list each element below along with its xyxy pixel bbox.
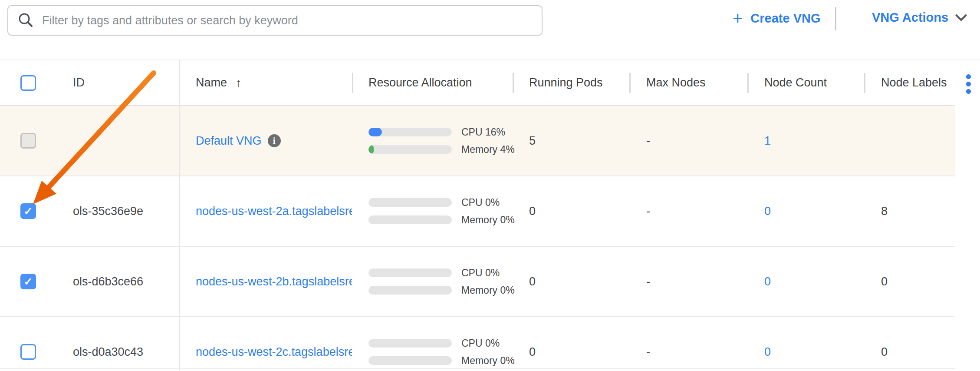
- memory-usage-label: Memory 0%: [461, 214, 515, 226]
- node-count-cell: 0: [747, 275, 864, 288]
- memory-usage-label: Memory 0%: [461, 355, 515, 367]
- chevron-down-icon: [955, 14, 967, 22]
- header-checkbox-cell: [0, 75, 52, 91]
- cpu-bar-fill: [368, 128, 382, 136]
- row-name-cell: nodes-us-west-2a.tagslabelsre: [179, 205, 352, 218]
- memory-usage-label: Memory 4%: [461, 144, 515, 156]
- kebab-dot: [966, 74, 971, 79]
- table-row-ols-d0a30c43: ols-d0a30c43 nodes-us-west-2c.tagslabels…: [0, 317, 955, 371]
- row-checkbox-cell: [0, 274, 52, 289]
- max-nodes-value: -: [629, 134, 747, 148]
- node-count-cell: 0: [747, 345, 864, 359]
- row-checkbox[interactable]: [20, 203, 36, 219]
- cpu-progress-bar: [368, 128, 452, 136]
- select-all-checkbox[interactable]: [20, 75, 36, 91]
- info-icon[interactable]: i: [268, 134, 281, 147]
- filter-search-box: [7, 5, 543, 36]
- vng-name-link[interactable]: nodes-us-west-2c.tagslabelsre: [196, 345, 352, 359]
- row-id: ols-d6b3ce66: [52, 275, 179, 288]
- vng-table: ID Name ↑ Resource Allocation Running Po…: [0, 60, 980, 371]
- row-name-cell: nodes-us-west-2c.tagslabelsre: [179, 345, 352, 359]
- vng-name-link[interactable]: nodes-us-west-2b.tagslabelsre: [196, 275, 352, 288]
- row-id: ols-35c36e9e: [52, 205, 179, 218]
- row-checkbox-cell: [0, 133, 52, 149]
- running-pods-value: 0: [513, 205, 629, 218]
- column-header-node-labels[interactable]: Node Labels: [864, 76, 955, 89]
- running-pods-value: 0: [513, 275, 629, 288]
- table-row-ols-35c36e9e: ols-35c36e9e nodes-us-west-2a.tagslabels…: [0, 176, 955, 247]
- row-name-cell: nodes-us-west-2b.tagslabelsre: [179, 275, 352, 288]
- row-checkbox-cell: [0, 203, 52, 219]
- vng-actions-label: VNG Actions: [872, 10, 948, 25]
- row-checkbox-cell: [0, 344, 52, 360]
- resource-allocation-cell: CPU 0% Memory 0%: [352, 198, 513, 224]
- cpu-usage-label: CPU 16%: [461, 126, 505, 138]
- node-count-cell: 0: [747, 205, 864, 218]
- max-nodes-value: -: [629, 345, 747, 359]
- node-count-link[interactable]: 0: [764, 205, 771, 218]
- node-labels-value: 0: [864, 345, 955, 359]
- create-vng-label: Create VNG: [750, 11, 820, 26]
- toolbar-divider: [835, 7, 836, 30]
- node-count-link[interactable]: 0: [764, 275, 771, 288]
- cpu-usage-label: CPU 0%: [461, 338, 500, 349]
- id-column-border: [179, 60, 180, 371]
- running-pods-value: 5: [513, 134, 629, 148]
- kebab-dot: [966, 89, 971, 94]
- table-row-default-vng: Default VNG i CPU 16% Memory 4: [0, 106, 955, 176]
- memory-usage-label: Memory 0%: [461, 285, 515, 296]
- plus-icon: +: [733, 10, 743, 26]
- column-header-name[interactable]: Name ↑: [179, 76, 352, 90]
- resource-allocation-cell: CPU 0% Memory 0%: [352, 339, 513, 365]
- memory-progress-bar: [368, 286, 452, 295]
- row-checkbox[interactable]: [20, 274, 36, 289]
- sort-ascending-icon: ↑: [236, 76, 242, 90]
- row-name-cell: Default VNG i: [179, 134, 352, 148]
- search-input[interactable]: [41, 13, 532, 28]
- vng-actions-button[interactable]: VNG Actions: [872, 10, 967, 25]
- table-row-ols-d6b3ce66: ols-d6b3ce66 nodes-us-west-2b.tagslabels…: [0, 247, 955, 317]
- vng-management-page: + Create VNG VNG Actions ID Name ↑ Resou…: [0, 0, 980, 371]
- max-nodes-value: -: [629, 275, 747, 288]
- node-count-link[interactable]: 0: [764, 345, 771, 358]
- resource-allocation-cell: CPU 0% Memory 0%: [352, 268, 513, 295]
- resource-allocation-cell: CPU 16% Memory 4%: [352, 128, 513, 154]
- table-bottom-border: [0, 368, 955, 369]
- row-checkbox: [20, 133, 36, 149]
- node-labels-value: 8: [864, 205, 955, 218]
- cpu-progress-bar: [368, 268, 452, 277]
- max-nodes-value: -: [629, 205, 747, 218]
- vng-name-link[interactable]: nodes-us-west-2a.tagslabelsre: [196, 205, 352, 218]
- create-vng-button[interactable]: + Create VNG: [733, 10, 821, 26]
- memory-bar-fill: [368, 145, 374, 154]
- running-pods-value: 0: [513, 345, 629, 359]
- memory-progress-bar: [368, 215, 452, 224]
- row-id: ols-d0a30c43: [52, 345, 179, 359]
- column-header-id[interactable]: ID: [52, 76, 179, 89]
- vng-name-link[interactable]: Default VNG: [196, 134, 262, 148]
- cpu-usage-label: CPU 0%: [461, 197, 500, 209]
- cpu-progress-bar: [368, 198, 452, 207]
- cpu-progress-bar: [368, 339, 452, 348]
- node-count-cell: 1: [747, 134, 864, 148]
- node-labels-value: 0: [864, 275, 955, 288]
- search-icon: [18, 13, 33, 28]
- memory-progress-bar: [368, 356, 452, 365]
- column-header-node-count[interactable]: Node Count: [747, 76, 864, 89]
- column-header-resource-allocation[interactable]: Resource Allocation: [352, 76, 513, 89]
- column-options-button[interactable]: [964, 73, 973, 96]
- node-count-link[interactable]: 1: [764, 134, 771, 147]
- table-header-row: ID Name ↑ Resource Allocation Running Po…: [0, 60, 955, 106]
- column-header-running-pods[interactable]: Running Pods: [513, 76, 629, 89]
- kebab-dot: [966, 82, 971, 86]
- row-checkbox[interactable]: [20, 344, 36, 360]
- memory-progress-bar: [368, 145, 452, 154]
- cpu-usage-label: CPU 0%: [461, 267, 500, 279]
- column-header-max-nodes[interactable]: Max Nodes: [629, 76, 747, 89]
